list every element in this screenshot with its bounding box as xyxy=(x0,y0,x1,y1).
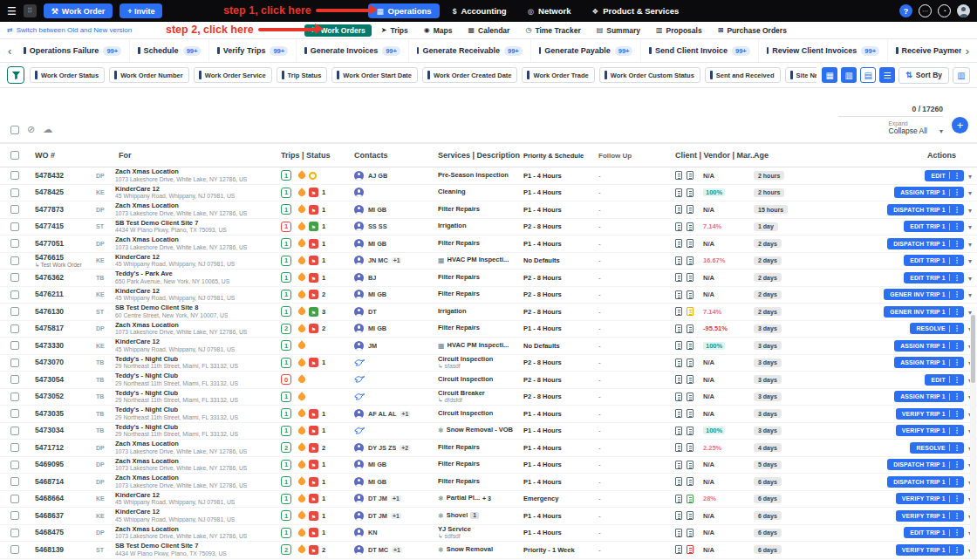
row-checkbox[interactable] xyxy=(10,443,19,452)
vendor-doc-icon[interactable] xyxy=(687,375,693,384)
wo-number[interactable]: 5478425 xyxy=(35,188,64,196)
header-checkbox[interactable] xyxy=(10,151,19,160)
kebab-menu-icon[interactable] xyxy=(953,427,960,434)
filter-chip-work-order-status[interactable]: Work Order Status xyxy=(30,67,105,83)
row-expand-chevron-icon[interactable] xyxy=(968,188,972,197)
client-doc-icon[interactable] xyxy=(675,307,682,316)
row-checkbox[interactable] xyxy=(10,222,19,231)
row-checkbox[interactable] xyxy=(10,239,19,248)
row-expand-chevron-icon[interactable] xyxy=(968,239,972,249)
row-checkbox[interactable] xyxy=(10,256,19,265)
sub-nav-trips[interactable]: ➤ Trips xyxy=(375,24,414,37)
table-row[interactable]: 5468637 KE KinderCare 12 45 Whippany Roa… xyxy=(0,508,977,525)
kebab-menu-icon[interactable] xyxy=(953,308,960,316)
action-button[interactable]: ASSIGN TRIP 1 xyxy=(894,391,964,402)
table-row[interactable]: 5473052 TB Teddy's - Night Club 29 North… xyxy=(0,389,977,406)
action-button[interactable]: ASSIGN TRIP 1 xyxy=(894,357,964,368)
kebab-menu-icon[interactable] xyxy=(953,240,960,248)
kebab-menu-icon[interactable] xyxy=(953,172,960,180)
action-button[interactable]: RESOLVE xyxy=(910,323,964,334)
filter-chip-work-order-trade[interactable]: Work Order Trade xyxy=(522,67,594,83)
client-doc-icon[interactable] xyxy=(675,239,682,248)
clear-filter-icon[interactable]: ⊘ xyxy=(27,124,35,135)
vendor-doc-icon[interactable] xyxy=(687,511,693,520)
col-header-wo[interactable]: WO # xyxy=(35,151,96,160)
kebab-menu-icon[interactable] xyxy=(953,359,960,366)
action-button[interactable]: VERIFY TRIP 1 xyxy=(896,510,964,522)
action-button[interactable]: ASSIGN TRIP 1 xyxy=(894,187,964,198)
action-button[interactable]: RESOLVE xyxy=(910,442,964,454)
invite-button[interactable]: + Invite xyxy=(120,3,162,18)
table-row[interactable]: 5475817 DP Zach Xmas Location 1073 Lakes… xyxy=(0,321,977,338)
wo-number[interactable]: 5476362 xyxy=(35,274,64,282)
sub-nav-proposals[interactable]: ▥ Proposals xyxy=(650,24,708,37)
table-row[interactable]: 5468475 DP Zach Xmas Location 1073 Lakes… xyxy=(0,525,977,543)
service-overflow-count[interactable]: + 3 xyxy=(482,495,491,502)
row-expand-chevron-icon[interactable] xyxy=(968,222,972,231)
kebab-menu-icon[interactable] xyxy=(953,324,960,332)
kebab-menu-icon[interactable] xyxy=(953,444,960,452)
vendor-doc-icon[interactable] xyxy=(687,256,693,265)
kebab-menu-icon[interactable] xyxy=(953,376,960,384)
scrollbar-thumb[interactable] xyxy=(971,315,975,383)
client-doc-icon[interactable] xyxy=(675,324,682,333)
board-view-icon[interactable]: ▥ xyxy=(841,67,857,83)
kebab-menu-icon[interactable] xyxy=(953,290,960,298)
client-doc-icon[interactable] xyxy=(675,409,682,418)
kebab-menu-icon[interactable] xyxy=(953,206,960,214)
row-expand-chevron-icon[interactable] xyxy=(968,171,972,181)
tab-generate-invoices[interactable]: Generate Invoices 99+ xyxy=(297,39,409,62)
filter-chip-work-order-service[interactable]: Work Order Service xyxy=(194,67,272,83)
action-button[interactable]: EDIT xyxy=(925,170,964,181)
row-checkbox[interactable] xyxy=(10,461,19,469)
kebab-menu-icon[interactable] xyxy=(953,495,960,502)
vendor-doc-icon[interactable] xyxy=(687,171,693,180)
col-header-services[interactable]: Services | Description xyxy=(438,151,523,160)
kebab-menu-icon[interactable] xyxy=(953,274,960,282)
row-checkbox[interactable] xyxy=(10,393,19,401)
wo-number[interactable]: 5477415 xyxy=(35,222,64,230)
table-row[interactable]: 5473070 TB Teddy's - Night Club 29 North… xyxy=(0,355,977,372)
action-button[interactable]: GENER INV TRIP 1 xyxy=(884,289,964,300)
client-doc-icon[interactable] xyxy=(675,341,682,350)
wo-number[interactable]: 5476615 xyxy=(35,254,64,262)
table-row[interactable]: 5473034 TB Teddy's - Night Club 29 North… xyxy=(0,423,977,440)
notifications-icon[interactable]: ◔ xyxy=(938,4,951,17)
select-all-checkbox[interactable] xyxy=(10,126,19,134)
action-button[interactable]: DISPATCH TRIP 1 xyxy=(887,476,964,488)
tab-send-client-invoice[interactable]: Send Client Invoice 99+ xyxy=(641,39,758,62)
col-header-trips-status[interactable]: Trips | Status xyxy=(281,151,354,160)
top-nav-product-services[interactable]: ❖ Product & Services xyxy=(584,3,687,18)
client-doc-icon[interactable] xyxy=(675,511,682,520)
client-doc-icon[interactable] xyxy=(675,359,682,367)
work-order-button[interactable]: ⚒ Work Order xyxy=(44,3,113,18)
vendor-doc-icon[interactable] xyxy=(687,393,693,401)
wo-number[interactable]: 5473035 xyxy=(35,410,64,418)
filter-chip-work-order-created-date[interactable]: Work Order Created Date xyxy=(422,67,517,83)
row-checkbox[interactable] xyxy=(10,375,19,384)
wo-number[interactable]: 5475817 xyxy=(35,324,64,332)
sub-nav-time-tracker[interactable]: ◷ Time Tracker xyxy=(519,24,586,37)
sub-nav-work-orders[interactable]: ⚒ Work Orders xyxy=(304,24,372,37)
client-doc-icon[interactable] xyxy=(675,171,682,180)
wo-number[interactable]: 5468714 xyxy=(35,478,64,486)
wo-number[interactable]: 5468664 xyxy=(35,495,64,502)
wo-number[interactable]: 5471712 xyxy=(35,444,64,452)
action-button[interactable]: VERIFY TRIP 1 xyxy=(896,408,964,420)
client-doc-icon[interactable] xyxy=(675,375,682,384)
table-row[interactable]: 5477873 DP Zach Xmas Location 1073 Lakes… xyxy=(0,201,977,219)
table-row[interactable]: 5476362 TB Teddy's - Park Ave 650 Park A… xyxy=(0,270,977,287)
vendor-doc-icon[interactable] xyxy=(687,205,693,214)
tab-schedule[interactable]: Schedule 99+ xyxy=(130,39,209,62)
kebab-menu-icon[interactable] xyxy=(953,461,960,468)
client-doc-icon[interactable] xyxy=(675,222,682,231)
action-button[interactable]: VERIFY TRIP 1 xyxy=(896,425,964,436)
kebab-menu-icon[interactable] xyxy=(953,222,960,230)
row-expand-chevron-icon[interactable] xyxy=(968,256,972,265)
action-button[interactable]: VERIFY TRIP 1 xyxy=(896,544,964,556)
row-checkbox[interactable] xyxy=(10,427,19,435)
avatar[interactable] xyxy=(957,4,970,17)
tabs-scroll-left-icon[interactable]: ‹ xyxy=(3,44,16,58)
row-checkbox[interactable] xyxy=(10,188,19,197)
kebab-menu-icon[interactable] xyxy=(953,546,960,554)
